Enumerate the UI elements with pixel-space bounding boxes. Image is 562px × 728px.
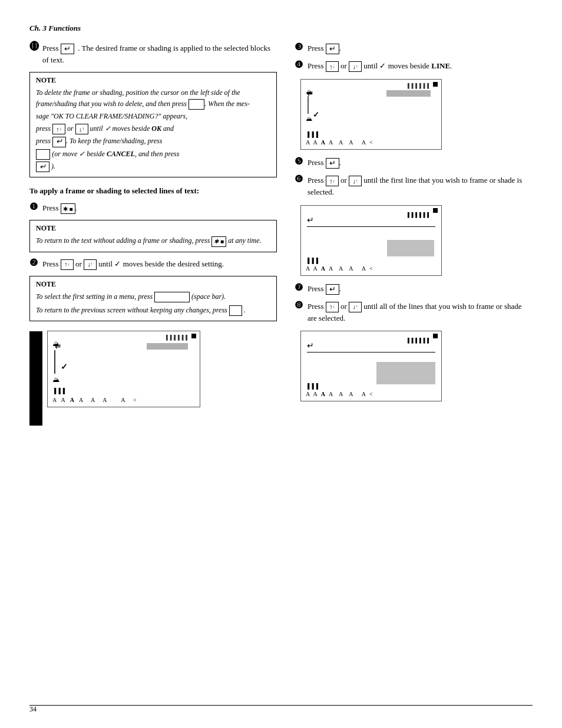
return-key-7: ↵	[326, 284, 339, 295]
note-box-2: NOTE To return to the text without addin…	[29, 220, 277, 252]
note-title-2: NOTE	[36, 224, 270, 233]
screen1-lines: ▐▐▐▐▐▐	[164, 335, 188, 340]
up-key-2: ↑↓	[61, 259, 74, 270]
note1-line3: press ↑↓ or ↓↑ until ✓ moves beside OK a…	[36, 123, 270, 134]
note1-line4: press ↵. To keep the frame/shading, pres…	[36, 136, 270, 147]
return-key-3: ↵	[326, 44, 339, 54]
screen3-bottombar: ▐▐▐	[306, 258, 319, 263]
step-7-num: ❼	[295, 282, 305, 293]
black-tab	[29, 331, 42, 426]
screen4-letters: A A A A A A A <	[306, 391, 374, 397]
note1-line5: (or move ✓ beside CANCEL, and then press	[36, 149, 270, 160]
note2-text2: at any time.	[228, 236, 261, 245]
step-11-content: Press ↵ . The desired frame or shading i…	[42, 42, 277, 66]
screen2-checkmark: ✓	[313, 110, 319, 120]
menu-key-1: ✱ ■	[61, 203, 75, 214]
step-6-text-mid: or	[340, 176, 347, 185]
step-6-text-after: until the first line that you wish to fr…	[308, 176, 522, 196]
screen4-bottombar: ▐▐▐	[306, 383, 319, 389]
step-1: ❶ Press ✱ ■.	[29, 202, 277, 214]
screen2-bottombar: ▐▐▐	[306, 131, 319, 137]
down-key-6: ↓↑	[349, 176, 362, 186]
step-5-text: Press	[308, 158, 323, 167]
screen1-icons: ⛰ ⛰	[52, 340, 59, 384]
up-key-8: ↑↓	[326, 302, 339, 312]
screen2-icons: ⛰ ⛰	[306, 88, 312, 122]
screen-image-1: ▐▐▐▐▐▐ ↵ ⛰ ⛰ ✓ ▐▐▐ A A A A A A A <	[47, 331, 200, 407]
screen1-checkmark: ✓	[61, 362, 68, 372]
note3-after1: (space bar).	[191, 292, 226, 301]
screen2-letters: A A A A A A A <	[306, 139, 374, 146]
screen1-topbar: ▐▐▐▐▐▐	[164, 335, 188, 340]
screen2-shade	[386, 90, 431, 97]
step-8-text-mid: or	[340, 302, 347, 311]
step-3-content: Press ↵.	[308, 42, 533, 54]
down-key-4: ↓↑	[349, 61, 362, 72]
step-2-num: ❷	[29, 257, 40, 268]
step-4-text-mid: or	[340, 61, 347, 70]
step-11-num: ⓫	[29, 41, 40, 52]
step-2: ❷ Press ↑↓ or ↓↑ until ✓ moves beside th…	[29, 258, 277, 270]
page-number: 34	[29, 705, 37, 714]
right-column: ❸ Press ↵. ❹ Press ↑↓ or ↓↑ until ✓ move…	[295, 42, 533, 411]
step-4-text-before: Press	[308, 61, 323, 70]
step-11-text-before: Press	[42, 44, 58, 52]
small-key	[229, 305, 242, 316]
space-key-1	[189, 99, 204, 110]
return-key-1: ↵	[61, 44, 74, 54]
screen3-enter: ↵	[307, 215, 314, 225]
return-key-5: ↵	[326, 158, 339, 169]
step-5-content: Press ↵.	[308, 157, 533, 169]
screen1-corner	[191, 334, 196, 338]
note3-after2: .	[244, 306, 246, 314]
step-2-text-mid: or	[75, 259, 82, 268]
note2-text: To return to the text without adding a f…	[36, 236, 210, 245]
screen1-bottombar: ▐▐▐	[52, 388, 65, 394]
step-3: ❸ Press ↵.	[295, 42, 533, 54]
step-8-text-before: Press	[308, 302, 323, 311]
step-11: ⓫ Press ↵ . The desired frame or shading…	[29, 42, 277, 66]
screen-image-2-container: ▐▐▐▐▐▐ ↵ ⛰ ⛰ ✓ ▐▐▐ A A A A A A A <	[300, 79, 533, 150]
screen4-hline	[307, 352, 435, 353]
step-7-content: Press ↵.	[308, 283, 533, 295]
note3-line2: To return to the previous screen without…	[36, 305, 270, 316]
step-4-content: Press ↑↓ or ↓↑ until ✓ moves beside LINE…	[308, 60, 533, 72]
screen1-shade1	[147, 343, 188, 350]
screen2-corner	[433, 82, 438, 87]
screen3-letters: A A A A A A A <	[306, 265, 374, 272]
up-key-6: ↑↓	[326, 176, 339, 186]
step-7-text: Press	[308, 284, 323, 293]
screen2-lines: ▐▐▐▐▐▐	[406, 83, 429, 88]
up-key-4: ↑↓	[326, 61, 339, 72]
screen3-hline	[307, 226, 435, 227]
screen4-corner	[433, 334, 438, 338]
note1-line6: ↵ ).	[36, 161, 270, 172]
step-2-text-after: until ✓ moves beside the desired setting…	[98, 259, 224, 268]
screen3-corner	[433, 208, 438, 213]
step-1-content: Press ✱ ■.	[42, 202, 277, 214]
step-6-text-before: Press	[308, 176, 323, 185]
step-11-text-after: . The desired frame or shading is applie…	[42, 44, 270, 64]
return-key-note1: ↵	[52, 137, 66, 147]
step-7: ❼ Press ↵.	[295, 283, 533, 295]
step-5: ❺ Press ↵.	[295, 157, 533, 169]
screen-image-4: ▐▐▐▐▐▐ ↵ ▐▐▐ A A A A A A A <	[300, 331, 442, 401]
step-8-text-after: until all of the lines that you wish to …	[308, 302, 522, 322]
step-2-content: Press ↑↓ or ↓↑ until ✓ moves beside the …	[42, 258, 277, 270]
screen1-letters: A A A A A A A <	[52, 397, 138, 403]
note1-line2: sage "OK TO CLEAR FRAME/SHADING?" appear…	[36, 111, 270, 122]
note1-line1: To delete the frame or shading, position…	[36, 87, 270, 110]
screen4-enter: ↵	[307, 341, 314, 351]
return-key-note1b: ↵	[36, 162, 49, 172]
note-title-3: NOTE	[36, 280, 270, 289]
note3-line1: To select the first setting in a menu, p…	[36, 291, 270, 302]
screen4-shade	[376, 362, 435, 384]
step-8-num: ❽	[295, 299, 305, 311]
up-key-note1: ↑↓	[52, 124, 65, 134]
step-4-bold: LINE	[431, 61, 450, 70]
footer-line	[29, 705, 533, 706]
section-heading: To apply a frame or shading to selected …	[29, 186, 277, 196]
step-4-num: ❹	[295, 59, 305, 70]
space-key-2	[36, 149, 50, 160]
step-3-text: Press	[308, 44, 323, 52]
